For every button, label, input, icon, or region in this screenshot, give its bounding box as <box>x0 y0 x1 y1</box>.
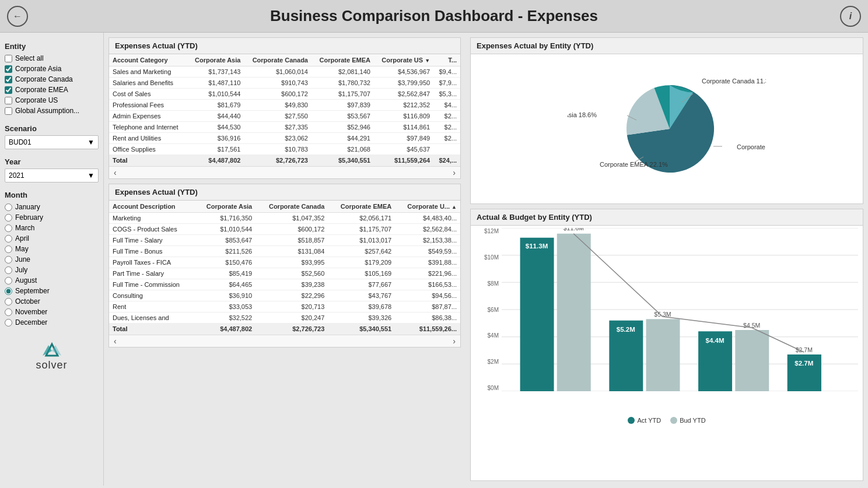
month-rb-input-4[interactable] <box>5 245 12 253</box>
month-rb-input-11[interactable] <box>5 319 12 326</box>
table2-row-5: Part Time - Salary$85,419$52,560$105,169… <box>109 268 460 279</box>
y-label-2: $2M <box>475 359 499 365</box>
entity-checkbox-1[interactable]: Corporate Asia <box>5 64 99 74</box>
month-radio-7[interactable]: August <box>5 275 99 286</box>
y-label-4: $4M <box>475 332 499 339</box>
entity-cb-input-1[interactable] <box>5 65 12 73</box>
year-value: 2021 <box>9 171 24 180</box>
table1-cell-7-total <box>433 144 460 155</box>
month-label-11: December <box>15 318 47 326</box>
month-label-6: July <box>15 266 27 274</box>
table2-cell-6-emea: $77,667 <box>328 279 395 290</box>
table2-right-btn[interactable]: › <box>450 336 458 346</box>
month-rb-input-6[interactable] <box>5 266 12 274</box>
month-rb-input-9[interactable] <box>5 298 12 306</box>
table2-left-btn[interactable]: ‹ <box>111 336 119 346</box>
table2-cell-7-canada: $22,296 <box>256 290 328 301</box>
month-rb-input-1[interactable] <box>5 214 12 222</box>
legend-bud-ytd: Bud YTD <box>670 417 705 424</box>
scenario-value: BUD01 <box>9 138 32 146</box>
month-label-2: March <box>15 224 34 232</box>
entity-cb-input-0[interactable] <box>5 55 12 62</box>
table1-cell-1-cat: Salaries and Benefits <box>109 78 187 89</box>
month-label-10: November <box>15 308 47 316</box>
month-rb-input-3[interactable] <box>5 235 12 243</box>
col2-corp-us: Corporate U... ▲ <box>395 201 460 213</box>
year-dropdown[interactable]: 2021 ▼ <box>5 168 99 182</box>
table2-cell-2-canada: $518,857 <box>256 235 328 246</box>
pie-chart-body: Corporate Canada 11.3% Corporate Asia 18… <box>471 54 863 203</box>
scenario-dropdown[interactable]: BUD01 ▼ <box>5 135 99 149</box>
table2-cell-9-emea: $39,326 <box>328 313 395 324</box>
month-rb-input-0[interactable] <box>5 203 12 211</box>
table2-title: Expenses Actual (YTD) <box>109 184 460 201</box>
month-radio-4[interactable]: May <box>5 244 99 254</box>
table2-cell-9-canada: $20,247 <box>256 313 328 324</box>
page-title: Business Comparison Dashboard - Expenses <box>7 7 861 25</box>
table2-total-us: $11,559,26... <box>395 324 460 335</box>
table1-left-btn[interactable]: ‹ <box>111 168 119 177</box>
table1-cell-0-total: $9,4... <box>433 66 460 78</box>
month-rb-input-10[interactable] <box>5 308 12 316</box>
month-radio-11[interactable]: December <box>5 317 99 328</box>
entity-checkbox-4[interactable]: Corporate US <box>5 95 99 106</box>
table2-row-6: Full Time - Commission$64,465$39,238$77,… <box>109 279 460 290</box>
entity-cb-input-2[interactable] <box>5 76 12 83</box>
table1-cell-0-asia: $1,737,143 <box>187 66 244 78</box>
table2-cell-6-canada: $39,238 <box>256 279 328 290</box>
info-icon: i <box>849 11 852 22</box>
table1-cell-1-canada: $910,743 <box>244 78 312 89</box>
month-radio-0[interactable]: January <box>5 202 99 212</box>
table1-cell-5-total: $2... <box>433 122 460 133</box>
month-rb-input-7[interactable] <box>5 277 12 285</box>
table2-cell-1-asia: $1,010,544 <box>195 224 256 235</box>
table2-scroll[interactable]: Account Description Corporate Asia Corpo… <box>109 201 460 335</box>
month-radio-10[interactable]: November <box>5 307 99 317</box>
col-corp-us: Corporate US ▼ <box>374 54 433 66</box>
table1-row-6: Rent and Utilities$36,916$23,062$44,291$… <box>109 133 460 144</box>
svg-text:$11.6M: $11.6M <box>564 228 584 231</box>
month-rb-input-5[interactable] <box>5 256 12 264</box>
bar-chart-body: $0M $2M $4M $6M $8M $10M $12M <box>471 226 863 426</box>
entity-checkbox-2[interactable]: Corporate Canada <box>5 74 99 85</box>
table1-cell-4-emea: $53,567 <box>312 111 374 122</box>
month-radio-6[interactable]: July <box>5 265 99 275</box>
month-radio-9[interactable]: October <box>5 296 99 307</box>
entity-checkbox-5[interactable]: Global Assumption... <box>5 106 99 116</box>
table2-cell-3-asia: $211,526 <box>195 246 256 257</box>
solver-logo-icon <box>40 339 64 358</box>
table2-cell-2-cat: Full Time - Salary <box>109 235 195 246</box>
month-radio-3[interactable]: April <box>5 233 99 244</box>
month-label-1: February <box>15 213 43 222</box>
table1-scroll[interactable]: Account Category Corporate Asia Corporat… <box>109 54 460 166</box>
col2-corp-canada: Corporate Canada <box>256 201 328 213</box>
table1-cell-0-us: $4,536,967 <box>374 66 433 78</box>
table2-cell-4-asia: $150,476 <box>195 257 256 268</box>
back-button[interactable]: ← <box>7 6 28 27</box>
month-radio-8[interactable]: September <box>5 286 99 296</box>
month-rb-input-8[interactable] <box>5 287 12 295</box>
col2-account-desc: Account Description <box>109 201 195 213</box>
table2-cell-8-us: $87,87... <box>395 301 460 313</box>
table1-right-btn[interactable]: › <box>450 168 458 177</box>
entity-cb-input-5[interactable] <box>5 107 12 115</box>
table1-data: Account Category Corporate Asia Corporat… <box>109 54 460 166</box>
month-radio-5[interactable]: June <box>5 254 99 265</box>
table2-cell-0-us: $4,483,40... <box>395 213 460 224</box>
entity-checkbox-3[interactable]: Corporate EMEA <box>5 85 99 95</box>
y-label-10: $10M <box>475 254 499 261</box>
month-radio-1[interactable]: February <box>5 212 99 223</box>
table1-row-1: Salaries and Benefits$1,487,110$910,743$… <box>109 78 460 89</box>
bar-chart-area: $0M $2M $4M $6M $8M $10M $12M <box>475 228 858 415</box>
month-label-0: January <box>15 203 40 211</box>
month-label-9: October <box>15 297 40 306</box>
table2-cell-6-cat: Full Time - Commission <box>109 279 195 290</box>
entity-checkbox-0[interactable]: Select all <box>5 53 99 64</box>
month-rb-input-2[interactable] <box>5 224 12 232</box>
entity-cb-input-4[interactable] <box>5 97 12 104</box>
table1-row-5: Telephone and Internet$44,530$27,335$52,… <box>109 122 460 133</box>
info-button[interactable]: i <box>840 6 861 27</box>
month-radio-2[interactable]: March <box>5 223 99 233</box>
entity-cb-input-3[interactable] <box>5 86 12 94</box>
table1-cell-3-total: $4... <box>433 100 460 111</box>
